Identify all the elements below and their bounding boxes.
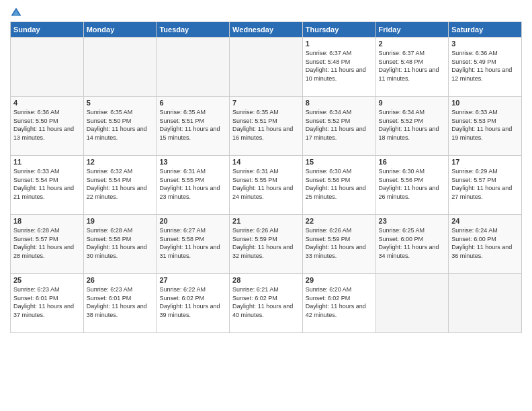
day-info: Sunrise: 6:28 AMSunset: 5:58 PMDaylight:… bbox=[87, 226, 154, 260]
day-info: Sunrise: 6:33 AMSunset: 5:54 PMDaylight:… bbox=[13, 167, 81, 201]
calendar-cell: 6Sunrise: 6:35 AMSunset: 5:51 PMDaylight… bbox=[157, 97, 230, 156]
calendar-cell bbox=[11, 38, 84, 97]
day-number: 11 bbox=[13, 158, 81, 166]
day-number: 20 bbox=[159, 217, 226, 225]
day-number: 25 bbox=[13, 276, 81, 284]
calendar-cell: 22Sunrise: 6:26 AMSunset: 5:59 PMDayligh… bbox=[302, 215, 375, 274]
day-info: Sunrise: 6:31 AMSunset: 5:55 PMDaylight:… bbox=[159, 167, 226, 201]
calendar-cell: 1Sunrise: 6:37 AMSunset: 5:48 PMDaylight… bbox=[302, 38, 375, 97]
calendar-cell bbox=[449, 274, 522, 333]
calendar-week-row: 25Sunrise: 6:23 AMSunset: 6:01 PMDayligh… bbox=[11, 274, 522, 333]
calendar-cell: 24Sunrise: 6:24 AMSunset: 6:00 PMDayligh… bbox=[449, 215, 522, 274]
calendar-cell: 21Sunrise: 6:26 AMSunset: 5:59 PMDayligh… bbox=[230, 215, 303, 274]
calendar-cell: 20Sunrise: 6:27 AMSunset: 5:58 PMDayligh… bbox=[157, 215, 230, 274]
day-number: 3 bbox=[451, 40, 519, 48]
day-info: Sunrise: 6:25 AMSunset: 6:00 PMDaylight:… bbox=[379, 226, 446, 260]
day-number: 7 bbox=[232, 99, 300, 107]
calendar-cell: 29Sunrise: 6:20 AMSunset: 6:02 PMDayligh… bbox=[302, 274, 375, 333]
calendar-cell: 9Sunrise: 6:34 AMSunset: 5:52 PMDaylight… bbox=[375, 97, 449, 156]
calendar-cell: 2Sunrise: 6:37 AMSunset: 5:48 PMDaylight… bbox=[375, 38, 449, 97]
day-header-thursday: Thursday bbox=[302, 22, 375, 38]
day-number: 17 bbox=[451, 158, 519, 166]
day-info: Sunrise: 6:35 AMSunset: 5:51 PMDaylight:… bbox=[159, 108, 226, 142]
calendar-cell bbox=[375, 274, 449, 333]
calendar-cell: 17Sunrise: 6:29 AMSunset: 5:57 PMDayligh… bbox=[449, 156, 522, 215]
day-number: 16 bbox=[379, 158, 446, 166]
calendar-cell: 8Sunrise: 6:34 AMSunset: 5:52 PMDaylight… bbox=[302, 97, 375, 156]
day-info: Sunrise: 6:22 AMSunset: 6:02 PMDaylight:… bbox=[159, 285, 226, 319]
calendar-week-row: 11Sunrise: 6:33 AMSunset: 5:54 PMDayligh… bbox=[11, 156, 522, 215]
day-info: Sunrise: 6:33 AMSunset: 5:53 PMDaylight:… bbox=[451, 108, 519, 142]
calendar-cell bbox=[83, 38, 157, 97]
day-info: Sunrise: 6:35 AMSunset: 5:51 PMDaylight:… bbox=[232, 108, 300, 142]
day-info: Sunrise: 6:26 AMSunset: 5:59 PMDaylight:… bbox=[232, 226, 300, 260]
calendar-cell: 25Sunrise: 6:23 AMSunset: 6:01 PMDayligh… bbox=[11, 274, 84, 333]
day-info: Sunrise: 6:34 AMSunset: 5:52 PMDaylight:… bbox=[379, 108, 446, 142]
day-info: Sunrise: 6:20 AMSunset: 6:02 PMDaylight:… bbox=[306, 285, 373, 319]
day-info: Sunrise: 6:30 AMSunset: 5:56 PMDaylight:… bbox=[379, 167, 446, 201]
calendar-cell: 16Sunrise: 6:30 AMSunset: 5:56 PMDayligh… bbox=[375, 156, 449, 215]
day-number: 19 bbox=[87, 217, 154, 225]
day-number: 14 bbox=[232, 158, 300, 166]
day-number: 26 bbox=[87, 276, 154, 284]
day-number: 22 bbox=[306, 217, 373, 225]
calendar-week-row: 1Sunrise: 6:37 AMSunset: 5:48 PMDaylight… bbox=[11, 38, 522, 97]
calendar-cell: 7Sunrise: 6:35 AMSunset: 5:51 PMDaylight… bbox=[230, 97, 303, 156]
day-header-monday: Monday bbox=[83, 22, 157, 38]
day-info: Sunrise: 6:23 AMSunset: 6:01 PMDaylight:… bbox=[87, 285, 154, 319]
calendar-cell: 12Sunrise: 6:32 AMSunset: 5:54 PMDayligh… bbox=[83, 156, 157, 215]
day-info: Sunrise: 6:23 AMSunset: 6:01 PMDaylight:… bbox=[13, 285, 81, 319]
day-info: Sunrise: 6:37 AMSunset: 5:48 PMDaylight:… bbox=[379, 49, 446, 83]
page-container: SundayMondayTuesdayWednesdayThursdayFrid… bbox=[0, 0, 532, 336]
day-number: 1 bbox=[306, 40, 373, 48]
day-number: 28 bbox=[232, 276, 300, 284]
calendar-cell: 26Sunrise: 6:23 AMSunset: 6:01 PMDayligh… bbox=[83, 274, 157, 333]
day-info: Sunrise: 6:21 AMSunset: 6:02 PMDaylight:… bbox=[232, 285, 300, 319]
day-number: 15 bbox=[306, 158, 373, 166]
calendar-cell: 13Sunrise: 6:31 AMSunset: 5:55 PMDayligh… bbox=[157, 156, 230, 215]
logo-icon bbox=[10, 7, 22, 19]
day-number: 24 bbox=[451, 217, 519, 225]
calendar-cell: 4Sunrise: 6:36 AMSunset: 5:50 PMDaylight… bbox=[11, 97, 84, 156]
calendar-week-row: 4Sunrise: 6:36 AMSunset: 5:50 PMDaylight… bbox=[11, 97, 522, 156]
day-info: Sunrise: 6:37 AMSunset: 5:48 PMDaylight:… bbox=[306, 49, 373, 83]
calendar-cell: 18Sunrise: 6:28 AMSunset: 5:57 PMDayligh… bbox=[11, 215, 84, 274]
day-info: Sunrise: 6:28 AMSunset: 5:57 PMDaylight:… bbox=[13, 226, 81, 260]
day-info: Sunrise: 6:34 AMSunset: 5:52 PMDaylight:… bbox=[306, 108, 373, 142]
day-number: 8 bbox=[306, 99, 373, 107]
day-header-sunday: Sunday bbox=[11, 22, 84, 38]
day-number: 4 bbox=[13, 99, 81, 107]
day-number: 21 bbox=[232, 217, 300, 225]
day-number: 9 bbox=[379, 99, 446, 107]
day-number: 23 bbox=[379, 217, 446, 225]
day-number: 29 bbox=[306, 276, 373, 284]
day-info: Sunrise: 6:30 AMSunset: 5:56 PMDaylight:… bbox=[306, 167, 373, 201]
header bbox=[10, 7, 522, 19]
calendar-cell: 5Sunrise: 6:35 AMSunset: 5:50 PMDaylight… bbox=[83, 97, 157, 156]
day-number: 2 bbox=[379, 40, 446, 48]
calendar-cell: 27Sunrise: 6:22 AMSunset: 6:02 PMDayligh… bbox=[157, 274, 230, 333]
day-header-friday: Friday bbox=[375, 22, 449, 38]
day-number: 6 bbox=[159, 99, 226, 107]
day-info: Sunrise: 6:31 AMSunset: 5:55 PMDaylight:… bbox=[232, 167, 300, 201]
calendar-cell: 19Sunrise: 6:28 AMSunset: 5:58 PMDayligh… bbox=[83, 215, 157, 274]
day-number: 18 bbox=[13, 217, 81, 225]
day-info: Sunrise: 6:32 AMSunset: 5:54 PMDaylight:… bbox=[87, 167, 154, 201]
calendar-cell: 3Sunrise: 6:36 AMSunset: 5:49 PMDaylight… bbox=[449, 38, 522, 97]
calendar-cell: 15Sunrise: 6:30 AMSunset: 5:56 PMDayligh… bbox=[302, 156, 375, 215]
calendar-cell: 14Sunrise: 6:31 AMSunset: 5:55 PMDayligh… bbox=[230, 156, 303, 215]
calendar-table: SundayMondayTuesdayWednesdayThursdayFrid… bbox=[10, 21, 522, 333]
calendar-cell: 11Sunrise: 6:33 AMSunset: 5:54 PMDayligh… bbox=[11, 156, 84, 215]
day-number: 12 bbox=[87, 158, 154, 166]
day-header-wednesday: Wednesday bbox=[230, 22, 303, 38]
day-info: Sunrise: 6:36 AMSunset: 5:49 PMDaylight:… bbox=[451, 49, 519, 83]
calendar-header-row: SundayMondayTuesdayWednesdayThursdayFrid… bbox=[11, 22, 522, 38]
day-header-saturday: Saturday bbox=[449, 22, 522, 38]
day-info: Sunrise: 6:36 AMSunset: 5:50 PMDaylight:… bbox=[13, 108, 81, 142]
day-number: 27 bbox=[159, 276, 226, 284]
calendar-week-row: 18Sunrise: 6:28 AMSunset: 5:57 PMDayligh… bbox=[11, 215, 522, 274]
day-number: 5 bbox=[87, 99, 154, 107]
calendar-cell bbox=[157, 38, 230, 97]
day-info: Sunrise: 6:27 AMSunset: 5:58 PMDaylight:… bbox=[159, 226, 226, 260]
day-header-tuesday: Tuesday bbox=[157, 22, 230, 38]
